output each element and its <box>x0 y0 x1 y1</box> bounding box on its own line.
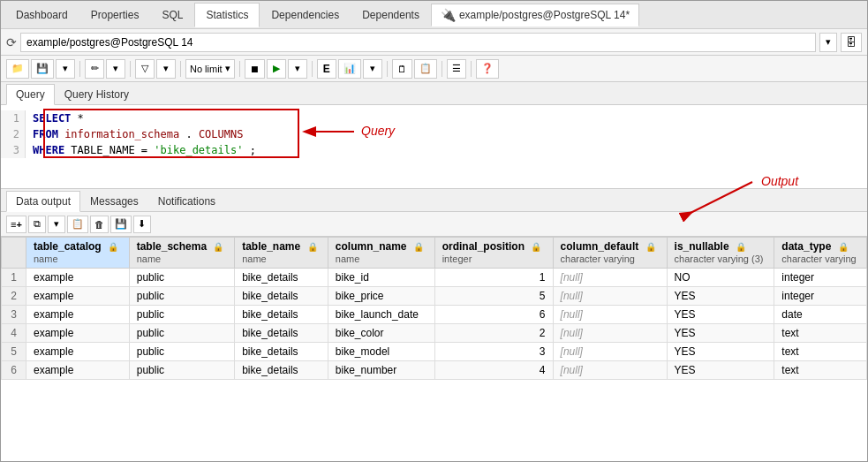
lock-icon-6: 🔒 <box>736 242 746 252</box>
code-editor[interactable]: SELECT * FROM information_schema . COLUM… <box>26 110 867 158</box>
cell-table-name: bike_details <box>235 361 328 380</box>
cell-data-type: date <box>774 306 867 324</box>
data-table-container[interactable]: table_catalog 🔒 name table_schema 🔒 name… <box>1 237 867 461</box>
tab-dashboard[interactable]: Dashboard <box>4 3 79 27</box>
cell-table-schema: public <box>129 361 234 380</box>
cell-col-default: [null] <box>553 343 667 361</box>
cell-table-catalog: example <box>26 324 130 343</box>
separator1 <box>79 61 80 77</box>
cell-col-default: [null] <box>553 306 667 324</box>
cell-data-type: integer <box>774 269 867 287</box>
cell-is-nullable: NO <box>667 269 774 287</box>
connection-input[interactable] <box>20 33 816 52</box>
col-type-ordinal: integer <box>442 254 472 264</box>
schema-ref: information_schema <box>64 128 179 140</box>
cell-data-type: integer <box>774 287 867 306</box>
chart-btn[interactable]: 📊 <box>338 59 361 79</box>
edit-btn[interactable]: ✏ <box>85 59 104 79</box>
col-type-data-type: character varying <box>781 254 856 264</box>
data-table: table_catalog 🔒 name table_schema 🔒 name… <box>1 237 867 380</box>
cell-column-name: bike_launch_date <box>328 306 434 324</box>
cell-ordinal: 2 <box>434 324 553 343</box>
data-output-tab[interactable]: Data output <box>6 191 80 212</box>
cell-col-default: [null] <box>553 269 667 287</box>
dropdown-arrow: ▾ <box>225 63 230 74</box>
code-line-1: SELECT * <box>33 110 860 126</box>
cell-data-type: text <box>774 324 867 343</box>
col-header-table-catalog: table_catalog 🔒 name <box>26 238 130 269</box>
app-container: Dashboard Properties SQL Statistics Depe… <box>0 0 868 462</box>
no-limit-dropdown[interactable]: No limit ▾ <box>185 59 235 79</box>
delete-btn[interactable]: 🗑 <box>90 216 109 233</box>
download-btn[interactable]: ⬇ <box>133 216 151 233</box>
cell-ordinal: 1 <box>434 269 553 287</box>
connection-dropdown-btn[interactable]: ▾ <box>819 33 837 52</box>
chart-dropdown-btn[interactable]: ▾ <box>363 59 382 79</box>
db-icon-btn[interactable]: 🗄 <box>841 33 862 52</box>
separator2 <box>130 61 131 77</box>
separator4 <box>239 61 240 77</box>
copy-btn[interactable]: ⧉ <box>28 216 46 233</box>
add-row-btn[interactable]: ≡+ <box>6 216 26 233</box>
separator3 <box>180 61 181 77</box>
tab-dependents[interactable]: Dependents <box>351 3 431 27</box>
col-name-table-name: table_name <box>242 240 300 253</box>
query-history-tab[interactable]: Query History <box>55 84 139 104</box>
paste-btn[interactable]: 📋 <box>67 216 88 233</box>
cell-col-default: [null] <box>553 324 667 343</box>
tab-dependencies[interactable]: Dependencies <box>260 3 351 27</box>
run-btn[interactable]: ▶ <box>267 59 286 79</box>
semicolon: ; <box>250 144 256 156</box>
col-header-data-type: data_type 🔒 character varying <box>774 238 867 269</box>
cell-table-name: bike_details <box>235 287 328 306</box>
separator7 <box>442 61 442 77</box>
cell-table-name: bike_details <box>235 324 328 343</box>
messages-tab[interactable]: Messages <box>80 191 148 211</box>
row-num-cell: 5 <box>2 343 26 361</box>
lock-icon-1: 🔒 <box>213 242 223 252</box>
open-file-btn[interactable]: 📁 <box>6 59 29 79</box>
lock-icon-4: 🔒 <box>531 242 541 252</box>
keyword-from: FROM <box>33 128 58 140</box>
format-btn[interactable]: ☰ <box>447 59 466 79</box>
col-header-is-nullable: is_nullable 🔒 character varying (3) <box>667 238 774 269</box>
tab-statistics[interactable]: Statistics <box>194 3 260 27</box>
cell-table-catalog: example <box>26 306 130 324</box>
output-tabs: Data output Messages Notifications <box>1 189 867 212</box>
col-name-column-name: column_name <box>336 240 407 253</box>
cell-table-name: bike_details <box>235 306 328 324</box>
table-row: 2 example public bike_details bike_price… <box>2 287 867 306</box>
help-btn[interactable]: ❓ <box>476 59 499 79</box>
cell-table-name: bike_details <box>235 269 328 287</box>
select-star: * <box>78 112 84 125</box>
filter-btn[interactable]: ▽ <box>135 59 155 79</box>
tab-sql[interactable]: SQL <box>150 3 194 27</box>
filter-dropdown-btn[interactable]: ▾ <box>156 59 176 79</box>
col-type-table-schema: name <box>137 254 162 264</box>
col-type-table-name: name <box>242 254 267 264</box>
scratch-btn[interactable]: 🗒 <box>392 59 412 79</box>
explain-btn[interactable]: E <box>317 59 336 79</box>
col-header-table-schema: table_schema 🔒 name <box>129 238 234 269</box>
cell-table-schema: public <box>129 269 234 287</box>
copy-dropdown-btn[interactable]: ▾ <box>48 216 65 233</box>
col-name-table-catalog: table_catalog <box>34 240 102 253</box>
save-data-btn[interactable]: 💾 <box>110 216 132 233</box>
editor-content[interactable]: 1 2 3 SELECT * FROM information_schema .… <box>1 110 867 158</box>
notifications-tab[interactable]: Notifications <box>148 191 225 211</box>
cell-column-name: bike_price <box>328 287 434 306</box>
table-row: 3 example public bike_details bike_launc… <box>2 306 867 324</box>
keyword-select: SELECT <box>33 112 71 125</box>
tab-properties[interactable]: Properties <box>79 3 151 27</box>
edit-dropdown-btn[interactable]: ▾ <box>106 59 125 79</box>
scratch2-btn[interactable]: 📋 <box>414 59 437 79</box>
stop-btn[interactable]: ⏹ <box>245 59 265 79</box>
cell-table-catalog: example <box>26 269 130 287</box>
tab-connection[interactable]: 🔌 example/postgres@PostgreSQL 14* <box>431 4 639 27</box>
save-dropdown-btn[interactable]: ▾ <box>56 59 75 79</box>
cell-data-type: text <box>774 343 867 361</box>
string-val: 'bike_details' <box>154 144 243 156</box>
query-tab[interactable]: Query <box>6 84 55 105</box>
run-dropdown-btn[interactable]: ▾ <box>288 59 307 79</box>
save-btn[interactable]: 💾 <box>31 59 54 79</box>
